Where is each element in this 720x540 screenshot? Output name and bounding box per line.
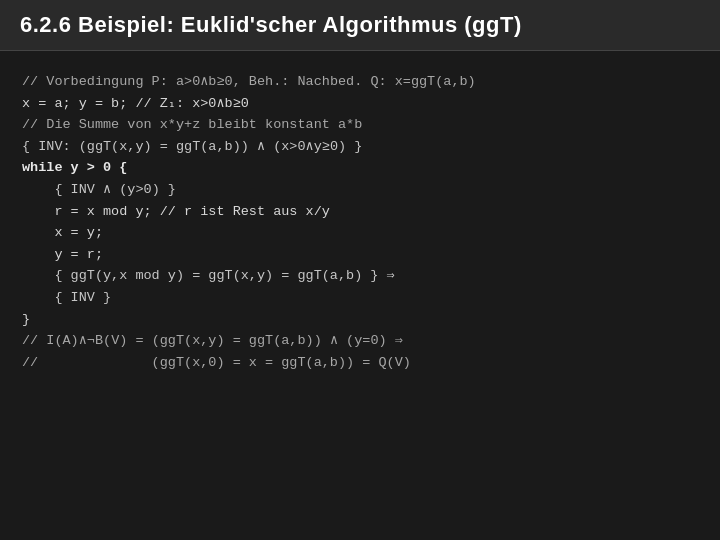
code-line: // I(A)∧¬B(V) = (ggT(x,y) = ggT(a,b)) ∧ … <box>22 330 698 352</box>
code-line: { INV ∧ (y>0) } <box>22 179 698 201</box>
code-line: r = x mod y; // r ist Rest aus x/y <box>22 201 698 223</box>
code-line: while y > 0 { <box>22 157 698 179</box>
code-line: { ggT(y,x mod y) = ggT(x,y) = ggT(a,b) }… <box>22 265 698 287</box>
code-line: // Vorbedingung P: a>0∧b≥0, Beh.: Nachbe… <box>22 71 698 93</box>
code-line: y = r; <box>22 244 698 266</box>
page-title: 6.2.6 Beispiel: Euklid'scher Algorithmus… <box>20 12 522 37</box>
code-line: } <box>22 309 698 331</box>
code-line: { INV } <box>22 287 698 309</box>
code-line: { INV: (ggT(x,y) = ggT(a,b)) ∧ (x>0∧y≥0)… <box>22 136 698 158</box>
code-line: // (ggT(x,0) = x = ggT(a,b)) = Q(V) <box>22 352 698 374</box>
code-block: // Vorbedingung P: a>0∧b≥0, Beh.: Nachbe… <box>0 51 720 393</box>
code-line: x = a; y = b; // Z₁: x>0∧b≥0 <box>22 93 698 115</box>
code-lines: // Vorbedingung P: a>0∧b≥0, Beh.: Nachbe… <box>22 71 698 373</box>
header: 6.2.6 Beispiel: Euklid'scher Algorithmus… <box>0 0 720 51</box>
code-line: x = y; <box>22 222 698 244</box>
code-line: // Die Summe von x*y+z bleibt konstant a… <box>22 114 698 136</box>
